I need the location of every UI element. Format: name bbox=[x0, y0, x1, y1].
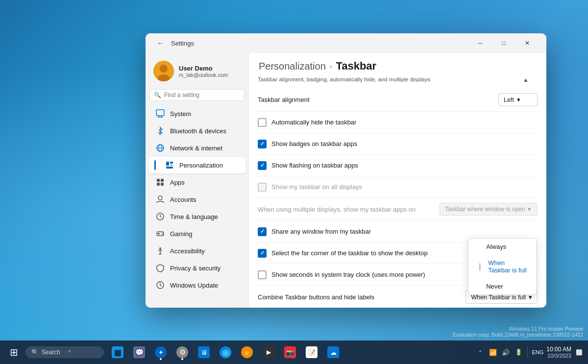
nav-label-apps: Apps bbox=[170, 179, 185, 186]
tray-volume[interactable]: 🔊 bbox=[501, 347, 511, 357]
sidebar: User Demo m_lab@outlook.com 🔍 System Blu… bbox=[146, 53, 248, 308]
clock[interactable]: 10:00 AM 10/3/2023 bbox=[546, 346, 571, 359]
taskbar-app-edge-canary[interactable]: e bbox=[237, 342, 257, 362]
row-label-show-badges: Show badges on taskbar apps bbox=[271, 140, 357, 147]
taskbar-app-chat[interactable]: 💬 bbox=[129, 342, 149, 362]
search-box: 🔍 bbox=[149, 89, 245, 101]
nav-label-accessibility: Accessibility bbox=[170, 247, 205, 255]
close-button[interactable]: ✕ bbox=[516, 35, 539, 51]
dropdown-menu[interactable]: │Always│When Taskbar is full│Never bbox=[468, 238, 537, 295]
dropdown-option-when-taskbar-is-full[interactable]: │When Taskbar is full bbox=[468, 255, 536, 278]
taskbar-app-settings[interactable]: ⚙ bbox=[172, 342, 192, 362]
nav-icon-accessibility bbox=[155, 246, 165, 256]
taskbar-app-feedback[interactable]: ✦ bbox=[151, 342, 171, 362]
settings-row-taskbar-alignment: Taskbar alignment Left ▾ bbox=[257, 88, 539, 112]
section-description: Taskbar alignment, badging, automaticall… bbox=[257, 76, 527, 82]
taskbar-app-backup[interactable]: ☁ bbox=[323, 342, 343, 362]
row-label-share-window: Share any window from my taskbar bbox=[271, 228, 371, 235]
start-button[interactable]: ⊞ bbox=[4, 342, 24, 362]
breadcrumb-parent[interactable]: Personalization bbox=[259, 61, 326, 72]
taskbar-app-notepad[interactable]: 📝 bbox=[302, 342, 321, 362]
sidebar-item-personalization[interactable]: Personalization bbox=[148, 157, 245, 173]
tray-battery[interactable]: 🔋 bbox=[514, 347, 523, 357]
row-control-multiple-displays: Taskbar where window is open ▾ bbox=[440, 203, 538, 216]
search-label: Search bbox=[42, 349, 60, 356]
dropdown-multiple-displays[interactable]: Taskbar where window is open ▾ bbox=[440, 203, 538, 216]
taskbar-app-terminal[interactable]: ▶ bbox=[259, 342, 278, 362]
title-bar: ← Settings ─ □ ✕ bbox=[146, 33, 546, 53]
checkbox-show-badges[interactable] bbox=[258, 140, 267, 148]
chevron-down-icon: ▾ bbox=[528, 206, 531, 213]
sidebar-item-accounts[interactable]: Accounts bbox=[148, 191, 245, 208]
back-button[interactable]: ← bbox=[153, 36, 167, 50]
checkbox-auto-hide[interactable] bbox=[258, 118, 267, 127]
svg-rect-11 bbox=[166, 162, 169, 166]
sidebar-item-privacy[interactable]: Privacy & security bbox=[148, 260, 245, 276]
clock-time: 10:00 AM bbox=[546, 346, 571, 353]
sidebar-item-accessibility[interactable]: Accessibility bbox=[148, 243, 245, 259]
user-email: m_lab@outlook.com bbox=[179, 72, 228, 78]
taskbar: ⊞ 🔍 Search 🎤 ▦ 💬 ✦ ⚙ 🖥 ◎ e bbox=[0, 340, 588, 364]
checkbox-wrap-share-window: Share any window from my taskbar bbox=[258, 227, 538, 236]
sidebar-item-bluetooth[interactable]: Bluetooth & devices bbox=[148, 122, 245, 139]
checkbox-show-flashing[interactable] bbox=[258, 161, 267, 170]
checkbox-wrap-auto-hide: Automatically hide the taskbar bbox=[258, 118, 538, 127]
svg-point-25 bbox=[161, 233, 162, 234]
selected-checkmark: │ bbox=[478, 263, 482, 270]
main-content: Personalization › Taskbar Taskbar alignm… bbox=[248, 53, 546, 308]
sidebar-item-time[interactable]: Time & language bbox=[148, 208, 245, 225]
svg-rect-3 bbox=[156, 110, 164, 116]
row-label-auto-hide: Automatically hide the taskbar bbox=[271, 119, 356, 126]
checkbox-show-all-displays bbox=[258, 183, 267, 192]
taskbar-app-this-pc[interactable]: 🖥 bbox=[194, 342, 214, 362]
search-icon: 🔍 bbox=[154, 92, 161, 98]
os-info-line2: Evaluation copy. Build 23466.ni_prerelea… bbox=[453, 332, 583, 338]
sidebar-item-gaming[interactable]: Gaming bbox=[148, 225, 245, 242]
checkbox-show-seconds[interactable] bbox=[258, 270, 267, 279]
tray-lang[interactable]: ENG bbox=[532, 349, 543, 355]
nav-icon-network bbox=[155, 143, 165, 153]
os-info-line1: Windows 11 Pro Insider Preview bbox=[453, 326, 583, 332]
notification-center[interactable]: ⬜ bbox=[574, 347, 584, 357]
settings-row-show-flashing: Show flashing on taskbar apps bbox=[257, 155, 539, 176]
taskbar-app-edge[interactable]: ◎ bbox=[216, 342, 235, 362]
user-name: User Demo bbox=[179, 65, 228, 72]
row-label-show-seconds: Show seconds in system tray clock (uses … bbox=[271, 271, 425, 278]
system-tray: ⌃ 📶 🔊 🔋 ENG 10:00 AM 10/3/2023 ⬜ bbox=[475, 346, 584, 359]
sidebar-item-network[interactable]: Network & internet bbox=[148, 140, 245, 156]
collapse-button[interactable]: ▲ bbox=[523, 76, 529, 83]
dropdown-taskbar-alignment[interactable]: Left ▾ bbox=[498, 93, 538, 106]
nav-label-system: System bbox=[170, 110, 191, 118]
row-label-multiple-displays: When using multiple displays, show my ta… bbox=[258, 206, 416, 213]
minimize-button[interactable]: ─ bbox=[469, 35, 491, 51]
tray-network[interactable]: 📶 bbox=[488, 347, 498, 357]
nav-icon-apps bbox=[155, 177, 165, 187]
settings-row-auto-hide: Automatically hide the taskbar bbox=[257, 112, 539, 133]
svg-rect-17 bbox=[161, 183, 164, 186]
taskbar-app-picpick[interactable]: 📷 bbox=[280, 342, 300, 362]
sidebar-item-apps[interactable]: Apps bbox=[148, 174, 245, 191]
svg-point-1 bbox=[160, 65, 168, 73]
search-input[interactable] bbox=[164, 92, 240, 98]
dropdown-option-always[interactable]: │Always bbox=[468, 239, 536, 255]
checkbox-share-window[interactable] bbox=[258, 227, 267, 236]
svg-rect-12 bbox=[170, 162, 173, 164]
sidebar-item-system[interactable]: System bbox=[148, 105, 245, 122]
checkbox-select-far-corner[interactable] bbox=[258, 249, 267, 258]
dropdown-option-never[interactable]: │Never bbox=[468, 278, 536, 294]
maximize-button[interactable]: □ bbox=[492, 35, 515, 51]
row-control-taskbar-alignment: Left ▾ bbox=[498, 93, 538, 106]
checkbox-wrap-show-flashing: Show flashing on taskbar apps bbox=[258, 161, 538, 170]
row-label-show-all-displays: Show my taskbar on all displays bbox=[271, 183, 362, 191]
svg-point-26 bbox=[162, 234, 163, 235]
tray-chevron[interactable]: ⌃ bbox=[475, 347, 485, 357]
taskbar-app-widgets[interactable]: ▦ bbox=[108, 342, 127, 362]
svg-line-21 bbox=[160, 217, 162, 218]
sidebar-item-windows-update[interactable]: Windows Update bbox=[148, 277, 245, 293]
svg-rect-10 bbox=[166, 167, 173, 169]
avatar[interactable] bbox=[153, 61, 174, 81]
os-info: Windows 11 Pro Insider Preview Evaluatio… bbox=[453, 326, 583, 338]
chevron-down-icon: ▾ bbox=[517, 96, 520, 103]
taskbar-search[interactable]: 🔍 Search 🎤 bbox=[25, 346, 104, 358]
nav-label-windows-update: Windows Update bbox=[170, 282, 218, 289]
